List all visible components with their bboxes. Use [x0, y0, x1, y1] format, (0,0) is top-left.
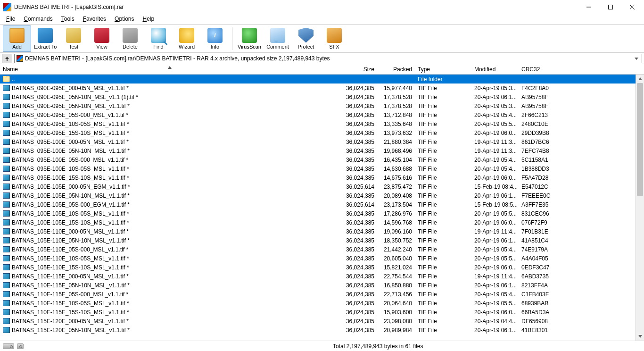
file-row[interactable]: BATNAS_105E-110E_05S-000_MSL_v1.1.tif *3… [0, 245, 636, 254]
toolbar-add-button[interactable]: Add [3, 25, 31, 52]
file-row[interactable]: BATNAS_115E-120E_05N-10N_MSL_v1.1.tif *3… [0, 326, 636, 334]
file-row[interactable]: BATNAS_095E-100E_05N-10N_MSL_v1.1.tif *3… [0, 146, 636, 155]
file-packed: 13,973,632 [377, 130, 415, 136]
file-crc: 29DD39B8 [519, 130, 556, 136]
file-name: BATNAS_095E-100E_10S-05S_MSL_v1.1.tif * [12, 166, 129, 172]
toolbar-extract-button[interactable]: Extract To [31, 25, 59, 52]
col-packed[interactable]: Packed [377, 64, 415, 74]
col-crc[interactable]: CRC32 [519, 64, 556, 74]
file-type: TIF File [415, 94, 471, 100]
file-row[interactable]: BATNAS_100E-105E_10S-05S_MSL_v1.1.tif *3… [0, 209, 636, 218]
file-row[interactable]: BATNAS_105E-110E_000-05N_MSL_v1.1.tif *3… [0, 227, 636, 236]
menu-tools[interactable]: Tools [57, 14, 79, 24]
scroll-up-icon[interactable] [636, 75, 644, 83]
file-size: 36,024,385 [339, 121, 377, 127]
address-dropdown-icon[interactable] [633, 57, 640, 60]
col-name[interactable]: Name [0, 64, 339, 74]
file-name: BATNAS_110E-115E_10S-05S_MSL_v1.1.tif * [12, 300, 129, 307]
file-type: TIF File [415, 300, 471, 307]
file-row[interactable]: BATNAS_100E-105E_000-05N_EGM_v1.1.tif *3… [0, 182, 636, 191]
file-modified: 20-Apr-19 04:4... [471, 318, 519, 325]
file-row[interactable]: BATNAS_105E-110E_15S-10S_MSL_v1.1.tif *3… [0, 263, 636, 272]
file-row[interactable]: BATNAS_090E-095E_10S-05S_MSL_v1.1.tif *3… [0, 119, 636, 128]
file-packed: 13,712,848 [377, 112, 415, 118]
file-type: TIF File [415, 237, 471, 244]
toolbar-protect-label: Protect [298, 44, 314, 50]
menu-help[interactable]: Help [138, 14, 158, 24]
sort-indicator-icon [168, 64, 172, 70]
folder-up-icon [3, 76, 10, 82]
file-row[interactable]: BATNAS_115E-120E_000-05N_MSL_v1.1.tif *3… [0, 317, 636, 326]
file-type: TIF File [415, 184, 471, 190]
toolbar-separator [232, 27, 232, 50]
toolbar-sfx-button[interactable]: SFX [320, 25, 348, 52]
menu-commands[interactable]: Commands [19, 14, 57, 24]
file-size: 36,024,385 [339, 210, 377, 217]
tif-file-icon [3, 201, 10, 208]
file-row[interactable]: BATNAS_090E-095E_000-05N_MSL_v1.1.tif *3… [0, 84, 636, 92]
file-type: TIF File [415, 291, 471, 298]
toolbar-find-label: Find [153, 44, 163, 50]
file-row[interactable]: BATNAS_110E-115E_05N-10N_MSL_v1.1.tif *3… [0, 281, 636, 290]
toolbar-comment-button[interactable]: Comment [264, 25, 292, 52]
file-size: 36,024,385 [339, 112, 377, 118]
toolbar-test-button[interactable]: Test [59, 25, 88, 52]
file-row[interactable]: BATNAS_110E-115E_10S-05S_MSL_v1.1.tif *3… [0, 299, 636, 308]
file-row[interactable]: BATNAS_110E-115E_000-05N_MSL_v1.1.tif *3… [0, 272, 636, 281]
file-row[interactable]: BATNAS_095E-100E_10S-05S_MSL_v1.1.tif *3… [0, 164, 636, 173]
file-row[interactable]: BATNAS_090E-095E_15S-10S_MSL_v1.1.tif *3… [0, 128, 636, 137]
scrollbar-thumb[interactable] [637, 83, 643, 196]
file-name: BATNAS_105E-110E_15S-10S_MSL_v1.1.tif * [12, 264, 129, 271]
archive-icon [17, 55, 23, 62]
file-row[interactable]: BATNAS_090E-095E_05N-10N_MSL_v1.1 (1).ti… [0, 92, 636, 101]
file-row[interactable]: BATNAS_090E-095E_05S-000_MSL_v1.1.tif *3… [0, 110, 636, 119]
up-arrow-icon [4, 56, 10, 61]
toolbar-virus-button[interactable]: VirusScan [235, 25, 264, 52]
tif-file-icon [3, 300, 10, 306]
file-row[interactable]: BATNAS_095E-100E_000-05N_MSL_v1.1.tif *3… [0, 137, 636, 146]
file-crc: 74E9179A [519, 246, 556, 253]
file-row[interactable]: BATNAS_110E-115E_05S-000_MSL_v1.1.tif *3… [0, 290, 636, 299]
toolbar-delete-button[interactable]: Delete [116, 25, 144, 52]
file-row[interactable]: BATNAS_090E-095E_05N-10N_MSL_v1.1.tif *3… [0, 101, 636, 110]
toolbar-protect-button[interactable]: Protect [292, 25, 320, 52]
minimize-button[interactable] [578, 0, 600, 14]
col-size[interactable]: Size [339, 64, 377, 74]
file-type: TIF File [415, 175, 471, 181]
toolbar-wizard-button[interactable]: Wizard [173, 25, 201, 52]
updir-name: .. [12, 76, 15, 83]
file-row[interactable]: BATNAS_095E-100E_15S-10S_MSL_v1.1.tif *3… [0, 173, 636, 182]
toolbar-find-button[interactable]: Find [144, 25, 173, 52]
address-field[interactable]: DEMNAS BATIMETRI - [LapakGIS.com].rar\DE… [14, 54, 642, 63]
menu-options[interactable]: Options [110, 14, 138, 24]
file-modified: 20-Apr-19 06:0... [471, 219, 519, 226]
menu-favorites[interactable]: Favorites [79, 14, 110, 24]
wizard-icon [179, 28, 194, 43]
toolbar-info-button[interactable]: iInfo [201, 25, 229, 52]
file-name: BATNAS_110E-115E_05N-10N_MSL_v1.1.tif * [12, 282, 130, 289]
file-crc: AB95758F [519, 103, 556, 109]
file-row[interactable]: BATNAS_095E-100E_05S-000_MSL_v1.1.tif *3… [0, 155, 636, 164]
file-row[interactable]: BATNAS_105E-110E_05N-10N_MSL_v1.1.tif *3… [0, 236, 636, 245]
file-size: 36,024,385 [339, 318, 377, 325]
file-row[interactable]: BATNAS_105E-110E_10S-05S_MSL_v1.1.tif *3… [0, 254, 636, 263]
file-row[interactable]: BATNAS_100E-105E_05S-000_EGM_v1.1.tif *3… [0, 200, 636, 209]
file-name: BATNAS_090E-095E_05N-10N_MSL_v1.1 (1).ti… [12, 94, 138, 100]
file-row[interactable]: BATNAS_110E-115E_15S-10S_MSL_v1.1.tif *3… [0, 308, 636, 317]
updir-row[interactable]: ..File folder [0, 75, 636, 84]
toolbar-virus-label: VirusScan [238, 44, 261, 50]
maximize-button[interactable] [600, 0, 621, 14]
file-row[interactable]: BATNAS_100E-105E_05N-10N_MSL_v1.1.tif *3… [0, 191, 636, 200]
menu-bar: FileCommandsToolsFavoritesOptionsHelp [0, 14, 644, 25]
vertical-scrollbar[interactable] [636, 75, 644, 341]
toolbar-view-button[interactable]: View [88, 25, 116, 52]
file-crc: 41BE8301 [519, 327, 556, 334]
scroll-down-icon[interactable] [636, 332, 644, 341]
file-row[interactable]: BATNAS_100E-105E_15S-10S_MSL_v1.1.tif *3… [0, 218, 636, 227]
col-modified[interactable]: Modified [471, 64, 519, 74]
up-button[interactable] [2, 54, 12, 63]
file-type: TIF File [415, 201, 471, 208]
col-type[interactable]: Type [415, 64, 471, 74]
close-button[interactable] [621, 0, 643, 14]
menu-file[interactable]: File [2, 14, 19, 24]
